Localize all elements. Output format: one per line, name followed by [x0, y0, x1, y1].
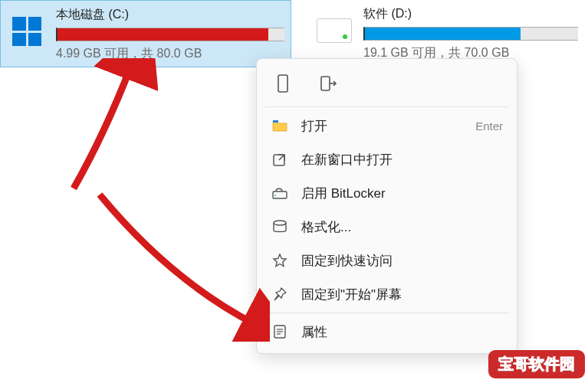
- drive-c-name: 本地磁盘 (C:): [56, 7, 284, 23]
- menu-pin-start[interactable]: 固定到"开始"屏幕: [260, 277, 514, 311]
- drive-c-tile[interactable]: 本地磁盘 (C:) 4.99 GB 可用，共 80.0 GB: [0, 0, 291, 67]
- svg-rect-1: [321, 77, 330, 90]
- menu-open[interactable]: 打开 Enter: [260, 109, 514, 142]
- menu-open-new-label: 在新窗口中打开: [301, 151, 503, 169]
- watermark: 宝哥软件园: [488, 350, 585, 378]
- drive-context-menu: 打开 Enter 在新窗口中打开 启用 BitLocker 格式化... 固定到…: [256, 58, 517, 354]
- menu-separator: [264, 313, 509, 313]
- drive-icon: [314, 11, 354, 51]
- menu-pin-start-label: 固定到"开始"屏幕: [301, 286, 503, 303]
- menu-open-new-window[interactable]: 在新窗口中打开: [260, 142, 514, 176]
- menu-open-shortcut: Enter: [475, 119, 503, 133]
- eject-button[interactable]: [315, 70, 343, 97]
- svg-rect-2: [273, 120, 278, 123]
- drive-d-info: 软件 (D:) 19.1 GB 可用，共 70.0 GB: [363, 5, 578, 61]
- menu-action-row: [260, 64, 514, 105]
- menu-pin-quick-label: 固定到快速访问: [301, 252, 503, 270]
- rename-button[interactable]: [271, 70, 298, 97]
- menu-properties-label: 属性: [301, 323, 503, 341]
- svg-point-6: [274, 221, 286, 225]
- annotation-arrow-1: [66, 58, 158, 196]
- format-icon: [271, 218, 289, 236]
- menu-bitlocker-label: 启用 BitLocker: [301, 185, 503, 202]
- menu-open-label: 打开: [301, 117, 463, 135]
- drive-d-tile[interactable]: 软件 (D:) 19.1 GB 可用，共 70.0 GB: [308, 0, 584, 66]
- open-new-window-icon: [271, 150, 289, 169]
- menu-pin-quick-access[interactable]: 固定到快速访问: [260, 244, 514, 277]
- menu-format-label: 格式化...: [301, 218, 503, 236]
- annotation-arrow-2: [94, 188, 270, 342]
- properties-icon: [271, 322, 289, 341]
- star-icon: [271, 251, 289, 270]
- pin-icon: [271, 285, 289, 303]
- menu-separator: [264, 106, 509, 107]
- folder-open-icon: [271, 116, 289, 135]
- drive-c-usage-bar: [56, 28, 284, 41]
- windows-drive-icon: [7, 11, 47, 51]
- drive-c-stats: 4.99 GB 可用，共 80.0 GB: [56, 46, 284, 62]
- menu-format[interactable]: 格式化...: [260, 210, 514, 244]
- svg-rect-0: [278, 75, 287, 92]
- svg-point-5: [274, 195, 276, 196]
- drive-d-name: 软件 (D:): [363, 6, 578, 22]
- drive-d-usage-bar: [363, 27, 578, 41]
- menu-bitlocker[interactable]: 启用 BitLocker: [260, 176, 514, 210]
- menu-properties[interactable]: 属性: [260, 315, 514, 349]
- drive-c-info: 本地磁盘 (C:) 4.99 GB 可用，共 80.0 GB: [56, 5, 284, 62]
- bitlocker-icon: [271, 184, 289, 202]
